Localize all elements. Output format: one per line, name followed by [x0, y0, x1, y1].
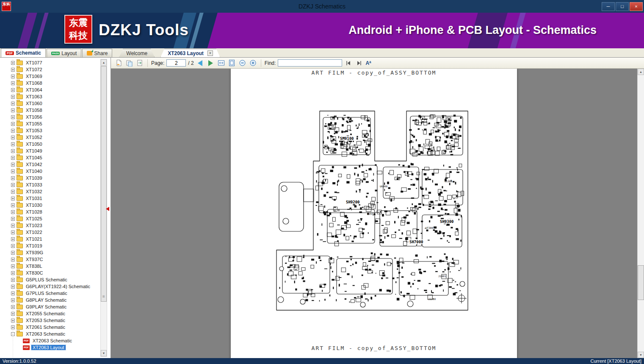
expand-icon[interactable]: + [11, 319, 15, 322]
expand-icon[interactable]: + [11, 258, 15, 261]
tree-item[interactable]: +XT1040 [0, 168, 100, 175]
expand-icon[interactable]: + [11, 142, 15, 146]
expand-icon[interactable]: + [11, 285, 15, 289]
expand-icon[interactable]: + [11, 298, 15, 302]
tree-item[interactable]: +XT1045 [0, 154, 100, 161]
next-page-button[interactable] [207, 59, 215, 67]
expand-icon[interactable]: + [11, 190, 15, 194]
expand-icon[interactable]: + [11, 68, 15, 72]
sidebar-scrollbar-thumb[interactable] [101, 66, 107, 302]
tree-item[interactable]: +XT1058 [0, 107, 100, 114]
tree-item[interactable]: +G9PLAY Schematic [0, 303, 100, 310]
tree-item[interactable]: +XT1072 [0, 66, 100, 73]
tree-item[interactable]: +XT2061 Schematic [0, 324, 100, 331]
tab-schematic[interactable]: PDF Schematic [1, 48, 46, 57]
tree-item[interactable]: +G6PLAY(XT1922-4) Schematic [0, 283, 100, 290]
tab-close-icon[interactable]: × [207, 50, 213, 56]
single-page-view-icon[interactable] [114, 59, 123, 67]
tree-item[interactable]: +XT1025 [0, 215, 100, 222]
tree-item[interactable]: +XT1042 [0, 161, 100, 168]
expand-icon[interactable]: + [11, 305, 15, 309]
tree-item[interactable]: PDFXT2063 Layout [0, 344, 100, 351]
expand-icon[interactable]: + [11, 197, 15, 200]
expand-icon[interactable]: + [11, 271, 15, 275]
tree-item[interactable]: +XT939G [0, 249, 100, 256]
tree-item[interactable]: +G5PLUS Schematic [0, 276, 100, 283]
find-previous-button[interactable] [344, 59, 353, 67]
expand-icon[interactable]: + [11, 210, 15, 214]
scroll-down-icon[interactable]: ▼ [638, 352, 644, 358]
tab-xt2063-layout[interactable]: XT2063 Layout × [160, 49, 220, 57]
expand-icon[interactable]: + [11, 203, 15, 207]
continuous-view-icon[interactable] [135, 59, 144, 67]
expand-icon[interactable]: + [11, 163, 15, 167]
expand-icon[interactable]: + [11, 237, 15, 241]
tree-item[interactable]: +XT1033 [0, 181, 100, 188]
fit-width-button[interactable] [217, 59, 226, 67]
scroll-up-icon[interactable]: ▲ [638, 69, 644, 75]
expand-icon[interactable]: + [11, 217, 15, 221]
viewer-scrollbar[interactable]: ▲ ▼ [637, 69, 644, 358]
expand-icon[interactable]: + [11, 149, 15, 153]
tree-item[interactable]: +XT1055 [0, 120, 100, 127]
expand-icon[interactable]: + [11, 325, 15, 329]
expand-icon[interactable]: + [11, 278, 15, 282]
zoom-out-button[interactable] [238, 59, 247, 67]
expand-icon[interactable]: + [11, 122, 15, 126]
expand-icon[interactable]: + [11, 292, 15, 295]
tree-item[interactable]: +XT1031 [0, 195, 100, 202]
tree-item[interactable]: +XT1049 [0, 147, 100, 154]
expand-icon[interactable]: + [11, 156, 15, 160]
expand-icon[interactable]: + [11, 176, 15, 180]
tree-item[interactable]: +XT1039 [0, 175, 100, 181]
scroll-down-icon[interactable]: ▼ [101, 350, 107, 356]
tree-item[interactable]: +XT830C [0, 270, 100, 276]
expand-icon[interactable]: + [11, 244, 15, 248]
expand-icon[interactable]: + [11, 95, 15, 99]
scroll-up-icon[interactable]: ▲ [101, 59, 107, 66]
close-button[interactable]: × [630, 2, 643, 11]
viewer-scrollbar-thumb[interactable] [638, 265, 644, 300]
tree-item[interactable]: -XT2063 Schematic [0, 331, 100, 337]
tree-item[interactable]: +XT1060 [0, 100, 100, 107]
expand-icon[interactable]: + [11, 102, 15, 106]
tree-item[interactable]: +XT1022 [0, 229, 100, 236]
facing-pages-icon[interactable] [125, 59, 133, 67]
maximize-button[interactable]: □ [616, 2, 629, 11]
tree-item[interactable]: +XT937C [0, 256, 100, 263]
zoom-in-button[interactable] [249, 59, 257, 67]
tree-item[interactable]: +XT838L [0, 263, 100, 270]
expand-icon[interactable]: + [11, 264, 15, 268]
expand-icon[interactable]: + [11, 75, 15, 78]
tree-item[interactable]: +XT1053 [0, 127, 100, 134]
splitter-collapse-arrow[interactable] [106, 207, 109, 211]
tree-item[interactable]: +XT1032 [0, 188, 100, 195]
expand-icon[interactable]: + [11, 61, 15, 65]
expand-icon[interactable]: + [11, 88, 15, 92]
tree-item[interactable]: +XT1030 [0, 202, 100, 208]
collapse-icon[interactable]: - [11, 332, 15, 336]
expand-icon[interactable]: + [11, 224, 15, 228]
tab-layout[interactable]: PADS Layout [47, 49, 81, 57]
expand-icon[interactable]: + [11, 312, 15, 316]
tree-item[interactable]: +XT1069 [0, 73, 100, 80]
tree-item[interactable]: +XT2055 Schematic [0, 310, 100, 317]
tree-item[interactable]: +XT1050 [0, 141, 100, 147]
page-number-input[interactable] [166, 59, 186, 67]
find-input[interactable] [278, 59, 342, 67]
expand-icon[interactable]: + [11, 251, 15, 255]
tree-item[interactable]: +XT1056 [0, 114, 100, 120]
tree-item[interactable]: +XT1023 [0, 222, 100, 229]
tree-item[interactable]: +XT2053 Schematic [0, 317, 100, 324]
tree-item[interactable]: PDFXT2063 Schematic [0, 337, 100, 344]
tree-item[interactable]: +XT1077 [0, 59, 100, 66]
expand-icon[interactable]: + [11, 115, 15, 119]
tree-item[interactable]: +XT1068 [0, 80, 100, 86]
expand-icon[interactable]: + [11, 129, 15, 133]
document-viewport[interactable]: ART FILM - copy_of_ASSY_BOTTOM SM9100SH9… [111, 69, 644, 358]
tab-share[interactable]: Share [82, 49, 112, 57]
expand-icon[interactable]: + [11, 169, 15, 173]
expand-icon[interactable]: + [11, 81, 15, 85]
tab-welcome[interactable]: Welcome [119, 49, 155, 57]
tree-item[interactable]: +XT1028 [0, 208, 100, 215]
